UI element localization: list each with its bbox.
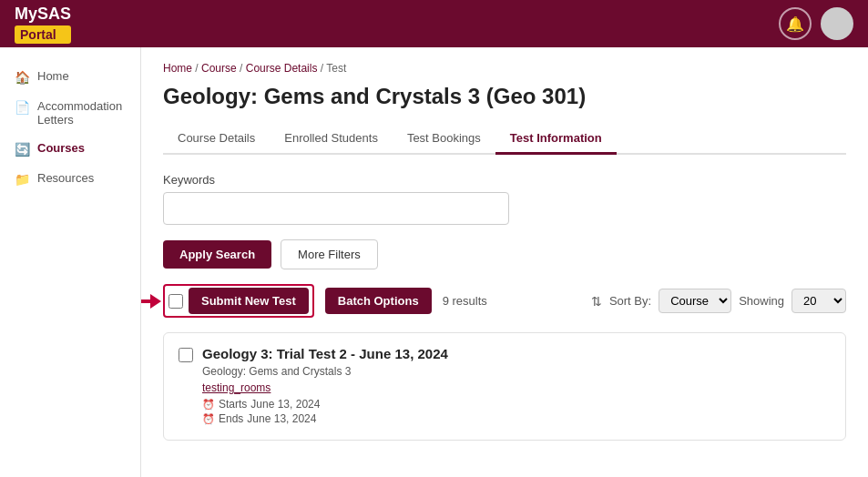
- test-item-ends: ⏰ Ends June 13, 2024: [202, 412, 448, 425]
- sidebar-item-accommodation-label: Accommodation Letters: [37, 99, 126, 127]
- search-action-row: Apply Search More Filters: [163, 239, 846, 269]
- sidebar-item-home[interactable]: 🏠 Home: [0, 62, 140, 92]
- ends-date: June 13, 2024: [247, 412, 316, 425]
- breadcrumb-home[interactable]: Home: [163, 62, 192, 75]
- test-item-subtitle: Geology: Gems and Crystals 3: [202, 365, 448, 378]
- avatar[interactable]: [821, 7, 853, 40]
- test-item: Geology 3: Trial Test 2 - June 13, 2024 …: [163, 332, 846, 441]
- main-content: Home / Course / Course Details / Test Ge…: [141, 47, 868, 477]
- test-item-checkbox[interactable]: [179, 348, 193, 362]
- breadcrumb: Home / Course / Course Details / Test: [163, 62, 846, 75]
- arrow-head: [150, 294, 161, 309]
- resources-icon: 📁: [15, 172, 30, 187]
- sidebar-item-resources[interactable]: 📁 Resources: [0, 164, 140, 194]
- keywords-label: Keywords: [163, 173, 846, 187]
- test-item-details: Geology 3: Trial Test 2 - June 13, 2024 …: [202, 346, 448, 427]
- submit-new-test-button[interactable]: Submit New Test: [189, 288, 309, 314]
- breadcrumb-course[interactable]: Course: [201, 62, 237, 75]
- logo: MySAS Portal: [15, 5, 71, 44]
- test-item-title: Geology 3: Trial Test 2 - June 13, 2024: [202, 346, 448, 361]
- sidebar-item-courses-label: Courses: [37, 141, 85, 155]
- test-item-link[interactable]: testing_rooms: [202, 381, 448, 394]
- ends-label: Ends: [219, 412, 243, 425]
- breadcrumb-test: Test: [326, 62, 346, 75]
- sidebar-item-accommodation-letters[interactable]: 📄 Accommodation Letters: [0, 92, 140, 134]
- sort-by-label: Sort By:: [609, 294, 651, 308]
- starts-date: June 13, 2024: [250, 398, 320, 411]
- logo-text: MySAS Portal: [15, 5, 71, 44]
- showing-label: Showing: [739, 294, 784, 308]
- more-filters-button[interactable]: More Filters: [281, 239, 378, 269]
- accommodation-icon: 📄: [15, 100, 30, 115]
- breadcrumb-course-details[interactable]: Course Details: [246, 62, 318, 75]
- logo-sas: SAS: [37, 5, 71, 23]
- tabs: Course Details Enrolled Students Test Bo…: [163, 124, 846, 155]
- tab-course-details[interactable]: Course Details: [163, 124, 270, 155]
- submit-test-checkbox[interactable]: [168, 294, 183, 309]
- arrow-indicator: [141, 294, 161, 309]
- sidebar-item-home-label: Home: [37, 69, 69, 83]
- batch-options-button[interactable]: Batch Options: [325, 288, 432, 314]
- tab-test-information[interactable]: Test Information: [495, 124, 617, 155]
- starts-label: Starts: [219, 398, 247, 411]
- logo-my: My: [15, 5, 37, 23]
- test-item-starts: ⏰ Starts June 13, 2024: [202, 398, 448, 411]
- header: MySAS Portal 🔔: [0, 0, 868, 47]
- arrow-shaft: [141, 299, 150, 303]
- search-input[interactable]: [163, 192, 509, 225]
- sort-area: ⇅ Sort By: Course Date Name Showing 20 5…: [591, 289, 846, 313]
- clock-end-icon: ⏰: [202, 413, 215, 425]
- sort-select[interactable]: Course Date Name: [659, 289, 731, 313]
- clock-icon: ⏰: [202, 399, 215, 411]
- apply-search-button[interactable]: Apply Search: [163, 240, 271, 269]
- logo-mysas: MySAS: [15, 5, 71, 24]
- tab-test-bookings[interactable]: Test Bookings: [393, 124, 495, 155]
- results-bar: Submit New Test Batch Options 9 results …: [163, 284, 846, 318]
- results-count: 9 results: [443, 294, 487, 308]
- sidebar-item-resources-label: Resources: [37, 171, 94, 185]
- notification-button[interactable]: 🔔: [779, 7, 812, 40]
- header-icons: 🔔: [779, 7, 853, 40]
- layout: 🏠 Home 📄 Accommodation Letters 🔄 Courses…: [0, 47, 868, 477]
- page-title: Geology: Gems and Crystals 3 (Geo 301): [163, 84, 846, 109]
- search-section: Keywords: [163, 173, 846, 225]
- home-icon: 🏠: [15, 70, 30, 85]
- submit-test-wrapper: Submit New Test: [163, 284, 314, 318]
- sidebar-item-courses[interactable]: 🔄 Courses: [0, 134, 140, 164]
- showing-select[interactable]: 20 50 100: [791, 289, 846, 313]
- logo-portal: Portal: [15, 25, 71, 44]
- sidebar: 🏠 Home 📄 Accommodation Letters 🔄 Courses…: [0, 47, 141, 477]
- sort-icon: ⇅: [591, 294, 602, 309]
- courses-icon: 🔄: [15, 142, 30, 157]
- test-item-header: Geology 3: Trial Test 2 - June 13, 2024 …: [179, 346, 831, 427]
- tab-enrolled-students[interactable]: Enrolled Students: [270, 124, 393, 155]
- notification-icon: 🔔: [786, 15, 804, 33]
